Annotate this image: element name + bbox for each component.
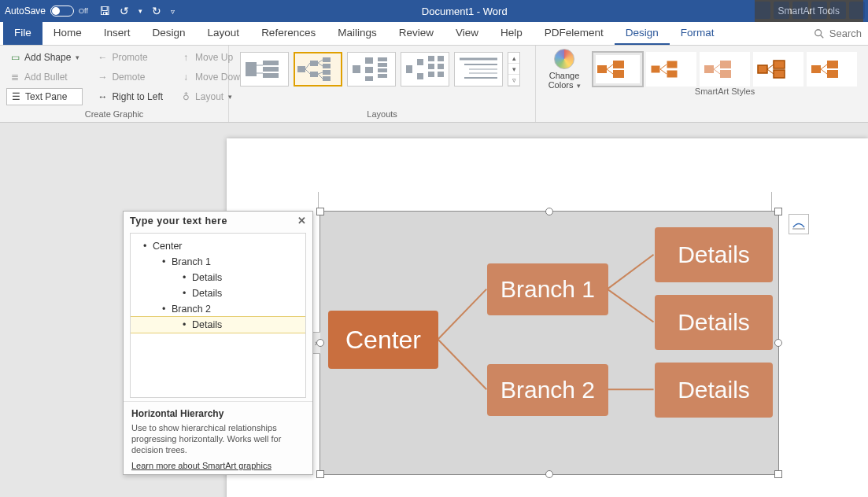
resize-handle[interactable] bbox=[774, 339, 782, 347]
tab-view[interactable]: View bbox=[445, 22, 489, 45]
svg-rect-29 bbox=[438, 56, 444, 61]
list-item-selected[interactable]: Details bbox=[131, 317, 305, 333]
tab-review[interactable]: Review bbox=[388, 22, 445, 45]
layout-thumb-4[interactable] bbox=[401, 52, 449, 87]
layout-thumb-2-selected[interactable] bbox=[294, 52, 342, 87]
node-branch-1[interactable]: Branch 1 bbox=[487, 263, 608, 315]
resize-handle[interactable] bbox=[316, 339, 324, 347]
tell-me-search[interactable]: Search bbox=[807, 22, 868, 45]
svg-rect-42 bbox=[667, 70, 678, 78]
layout-icon: ♁ bbox=[180, 91, 191, 102]
layout-thumb-5[interactable] bbox=[454, 52, 503, 87]
layout-options-button[interactable] bbox=[789, 214, 809, 234]
smartart-object[interactable]: › Center Branch 1 Branch 2 Details Detai… bbox=[319, 211, 779, 475]
ruler-mark bbox=[771, 192, 772, 211]
resize-handle[interactable] bbox=[545, 208, 553, 215]
document-title: Document1 - Word bbox=[175, 6, 755, 17]
svg-rect-25 bbox=[417, 73, 423, 79]
save-icon[interactable]: 🖫 bbox=[99, 5, 110, 17]
list-item[interactable]: Branch 1 bbox=[131, 254, 305, 270]
cmd-rtl[interactable]: ↔ Right to Left bbox=[94, 88, 166, 105]
cmd-text-pane[interactable]: ☰ Text Pane bbox=[6, 88, 83, 105]
style-thumb-1-selected[interactable] bbox=[593, 52, 643, 87]
node-details-1[interactable]: Details bbox=[655, 227, 773, 282]
list-item[interactable]: Details bbox=[131, 285, 305, 301]
resize-handle[interactable] bbox=[316, 208, 324, 215]
resize-handle[interactable] bbox=[316, 470, 324, 478]
svg-rect-48 bbox=[774, 70, 785, 78]
scroll-up-icon[interactable]: ▴ bbox=[508, 53, 519, 64]
tab-mailings[interactable]: Mailings bbox=[327, 22, 388, 45]
cmd-change-colors[interactable]: Change Colors ▾ bbox=[542, 49, 586, 90]
node-details-3[interactable]: Details bbox=[655, 363, 773, 418]
list-item[interactable]: Center bbox=[131, 238, 305, 254]
arrow-down-icon: ↓ bbox=[180, 72, 191, 83]
change-colors-label: Change Colors ▾ bbox=[542, 71, 586, 90]
svg-rect-46 bbox=[758, 65, 767, 73]
rtl-label: Right to Left bbox=[112, 91, 163, 102]
svg-rect-18 bbox=[365, 76, 373, 81]
tab-file[interactable]: File bbox=[3, 22, 42, 45]
quick-access-toolbar: 🖫 ↺ ▾ ↻ ▿ bbox=[99, 5, 175, 17]
document-area: › Center Branch 1 Branch 2 Details Detai… bbox=[0, 123, 868, 497]
resize-handle[interactable] bbox=[545, 470, 553, 478]
style-thumb-3[interactable] bbox=[700, 52, 750, 87]
style-thumb-4[interactable] bbox=[753, 52, 803, 87]
move-up-label: Move Up bbox=[195, 52, 233, 63]
autosave-toggle[interactable]: AutoSave Off bbox=[5, 6, 88, 17]
list-item[interactable]: Branch 2 bbox=[131, 301, 305, 317]
tab-insert[interactable]: Insert bbox=[93, 22, 142, 45]
text-pane-titlebar[interactable]: Type your text here ✕ bbox=[124, 212, 312, 230]
node-details-2[interactable]: Details bbox=[655, 295, 773, 350]
undo-icon[interactable]: ↺ bbox=[120, 5, 129, 17]
scroll-down-icon[interactable]: ▾ bbox=[508, 64, 519, 75]
ribbon: ▭ Add Shape ▾ ≣ Add Bullet ☰ Text Pane ←… bbox=[0, 46, 868, 123]
svg-rect-30 bbox=[438, 64, 444, 69]
text-pane-icon: ☰ bbox=[10, 91, 21, 102]
tab-references[interactable]: References bbox=[250, 22, 327, 45]
node-branch-2[interactable]: Branch 2 bbox=[487, 364, 608, 416]
tab-smartart-design[interactable]: Design bbox=[615, 22, 670, 45]
svg-rect-51 bbox=[827, 70, 838, 78]
title-bar: AutoSave Off 🖫 ↺ ▾ ↻ ▿ Document1 - Word … bbox=[0, 0, 868, 22]
layout-thumb-3[interactable] bbox=[347, 52, 396, 87]
layouts-scroll[interactable]: ▴ ▾ ▿ bbox=[508, 52, 520, 87]
text-pane[interactable]: Type your text here ✕ Center Branch 1 De… bbox=[123, 211, 313, 475]
tab-design[interactable]: Design bbox=[142, 22, 197, 45]
svg-rect-26 bbox=[428, 56, 434, 61]
resize-handle[interactable] bbox=[774, 208, 782, 215]
style-thumb-2[interactable] bbox=[646, 52, 696, 87]
resize-handle[interactable] bbox=[774, 470, 782, 478]
cmd-add-shape[interactable]: ▭ Add Shape ▾ bbox=[6, 49, 83, 66]
arrow-up-icon: ↑ bbox=[180, 52, 191, 63]
autosave-switch-icon[interactable] bbox=[50, 6, 74, 17]
caret-icon: ▾ bbox=[76, 53, 79, 61]
layouts-gallery[interactable]: ▴ ▾ ▿ bbox=[235, 49, 529, 109]
learn-more-link[interactable]: Learn more about SmartArt graphics bbox=[131, 461, 271, 470]
text-pane-list[interactable]: Center Branch 1 Details Details Branch 2… bbox=[130, 233, 306, 398]
tab-pdfelement[interactable]: PDFelement bbox=[534, 22, 615, 45]
node-center[interactable]: Center bbox=[328, 311, 438, 369]
scroll-more-icon[interactable]: ▿ bbox=[508, 75, 519, 86]
svg-rect-39 bbox=[613, 70, 624, 78]
search-placeholder: Search bbox=[829, 28, 862, 39]
layout-thumb-1[interactable] bbox=[240, 52, 289, 87]
tab-home[interactable]: Home bbox=[42, 22, 93, 45]
desc-title: Horizontal Hierarchy bbox=[131, 408, 305, 419]
redo-icon[interactable]: ↻ bbox=[152, 5, 161, 17]
svg-rect-27 bbox=[428, 64, 434, 69]
style-thumb-5[interactable] bbox=[807, 52, 857, 87]
svg-rect-40 bbox=[651, 65, 660, 73]
svg-rect-8 bbox=[297, 66, 305, 72]
undo-more-icon[interactable]: ▾ bbox=[139, 7, 142, 15]
tab-smartart-format[interactable]: Format bbox=[670, 22, 726, 45]
svg-rect-19 bbox=[378, 57, 387, 61]
svg-rect-10 bbox=[310, 72, 318, 77]
group-label-styles: SmartArt Styles bbox=[588, 87, 862, 98]
close-icon[interactable]: ✕ bbox=[297, 215, 307, 226]
styles-gallery[interactable] bbox=[588, 49, 862, 87]
tab-layout[interactable]: Layout bbox=[197, 22, 251, 45]
list-item[interactable]: Details bbox=[131, 270, 305, 285]
svg-rect-31 bbox=[438, 72, 444, 77]
tab-help[interactable]: Help bbox=[489, 22, 534, 45]
